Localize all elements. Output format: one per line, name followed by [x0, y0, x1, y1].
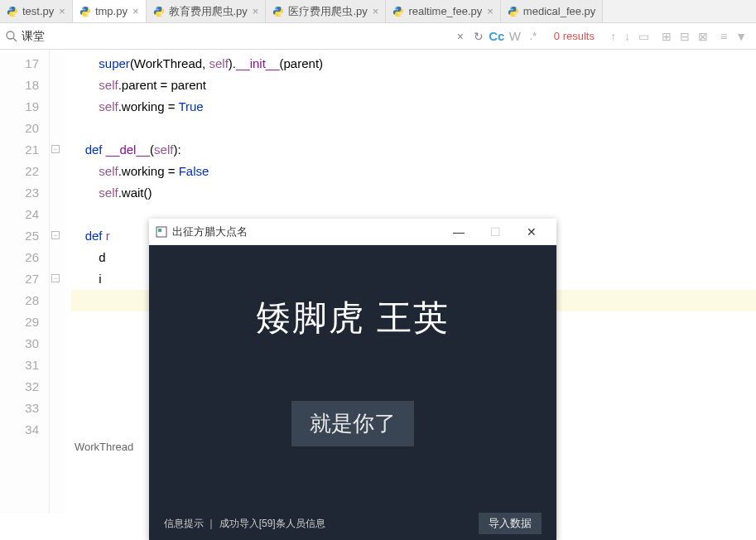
settings-icon[interactable]: ≡	[720, 30, 727, 43]
svg-point-7	[280, 14, 281, 15]
python-icon	[7, 6, 18, 17]
find-bar: × ↻ Cc W .* 0 results ↑ ↓ ▭ ⊞ ⊟ ⊠ ≡ ▼	[0, 23, 756, 50]
fold-icon[interactable]: −	[51, 274, 60, 282]
dialog-body: 矮脚虎 王英 就是你了 信息提示 ｜ 成功导入[59]条人员信息 导入数据	[149, 245, 556, 540]
editor-tabs: test.py × tmp.py × 教育费用爬虫.py × 医疗费用爬虫.py…	[0, 0, 756, 23]
svg-point-11	[514, 14, 515, 15]
python-icon	[508, 6, 519, 17]
tab-edu[interactable]: 教育费用爬虫.py ×	[147, 0, 267, 22]
dialog-footer: 信息提示 ｜ 成功导入[59]条人员信息 导入数据	[149, 507, 556, 540]
close-icon[interactable]: ×	[59, 5, 65, 17]
svg-point-2	[83, 7, 84, 8]
svg-point-12	[7, 31, 14, 39]
filter-icon[interactable]: ▼	[735, 30, 747, 43]
svg-point-1	[14, 14, 15, 15]
tab-realtime[interactable]: realtime_fee.py ×	[386, 0, 500, 22]
clear-icon[interactable]: ×	[451, 30, 469, 43]
python-icon	[79, 6, 91, 17]
selected-name: 矮脚虎 王英	[149, 295, 556, 341]
svg-point-4	[156, 7, 157, 8]
svg-point-0	[10, 7, 11, 8]
svg-point-5	[160, 14, 161, 15]
python-icon	[392, 6, 404, 17]
dialog-titlebar[interactable]: 出征方腊大点名 — ☐ ✕	[149, 219, 556, 245]
maximize-button[interactable]: ☐	[477, 225, 513, 239]
regex-icon[interactable]: .*	[524, 30, 542, 42]
minimize-button[interactable]: —	[441, 225, 477, 239]
match-case-icon[interactable]: Cc	[488, 29, 506, 43]
tab-label: tmp.py	[95, 5, 128, 17]
close-icon[interactable]: ×	[132, 5, 139, 17]
breadcrumb[interactable]: WorkThread	[75, 441, 133, 453]
tab-label: realtime_fee.py	[408, 5, 482, 17]
whole-word-icon[interactable]: W	[506, 29, 524, 43]
search-icon	[5, 30, 18, 43]
tab-label: 教育费用爬虫.py	[169, 4, 248, 19]
dialog-title: 出征方腊大点名	[172, 224, 441, 239]
close-icon[interactable]: ×	[487, 5, 494, 17]
svg-point-6	[277, 7, 277, 8]
tab-label: test.py	[22, 5, 54, 17]
close-button[interactable]: ✕	[513, 225, 550, 239]
search-input[interactable]	[22, 30, 253, 43]
tab-label: 医疗费用爬虫.py	[288, 4, 367, 19]
add-selection-icon[interactable]: ⊞	[662, 30, 672, 43]
fold-icon[interactable]: −	[51, 145, 60, 153]
svg-point-9	[400, 14, 401, 15]
status-text: 信息提示 ｜ 成功导入[59]条人员信息	[164, 517, 479, 531]
tab-tmp[interactable]: tmp.py ×	[73, 0, 147, 22]
next-match-icon[interactable]: ↓	[624, 30, 630, 43]
tab-label: medical_fee.py	[523, 5, 595, 17]
confirm-button[interactable]: 就是你了	[291, 401, 414, 446]
select-all-icon[interactable]: ▭	[638, 30, 649, 43]
line-gutter: 17 18 19 20 21 22 23 24 25 26 27 28 29 3…	[0, 50, 50, 513]
tab-medicalfee[interactable]: medical_fee.py	[501, 0, 603, 22]
python-icon	[272, 6, 284, 17]
history-icon[interactable]: ↻	[469, 30, 488, 43]
svg-rect-15	[158, 229, 161, 232]
tab-medical[interactable]: 医疗费用爬虫.py ×	[266, 0, 386, 22]
import-button[interactable]: 导入数据	[479, 513, 542, 534]
svg-point-10	[511, 7, 512, 8]
python-icon	[153, 6, 165, 17]
fold-column: − − −	[50, 50, 65, 513]
app-icon	[156, 226, 167, 238]
svg-point-3	[86, 14, 87, 15]
close-icon[interactable]: ×	[253, 5, 259, 17]
close-icon[interactable]: ×	[373, 5, 379, 17]
svg-point-8	[397, 7, 397, 8]
exclude-icon[interactable]: ⊠	[698, 30, 708, 43]
prev-match-icon[interactable]: ↑	[610, 30, 616, 43]
svg-line-13	[13, 38, 17, 41]
fold-icon[interactable]: −	[51, 231, 60, 239]
tab-test[interactable]: test.py ×	[0, 0, 73, 22]
results-count: 0 results	[554, 30, 595, 42]
remove-selection-icon[interactable]: ⊟	[680, 30, 690, 43]
roll-call-dialog: 出征方腊大点名 — ☐ ✕ 矮脚虎 王英 就是你了 信息提示 ｜ 成功导入[59…	[149, 219, 556, 540]
